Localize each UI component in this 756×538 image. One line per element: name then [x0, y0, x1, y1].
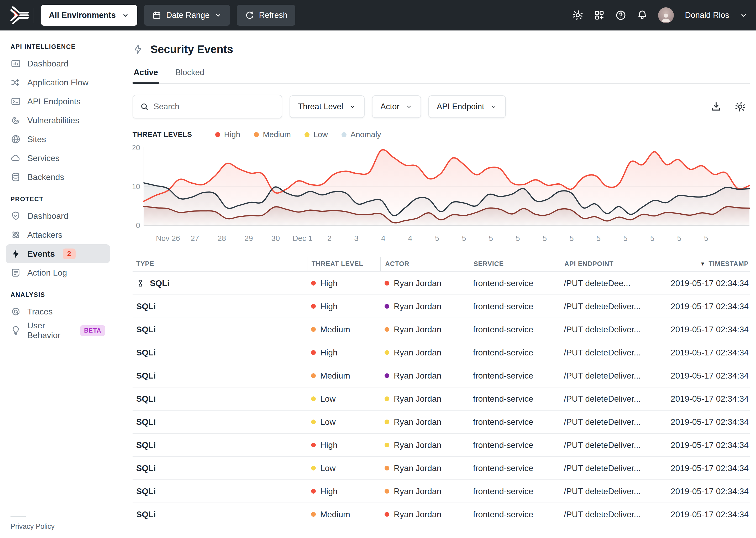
notifications-bell-icon[interactable] [637, 10, 648, 21]
sidebar-item-services[interactable]: Services [6, 149, 110, 168]
sidebar-item-sites[interactable]: Sites [6, 130, 110, 149]
date-range-button[interactable]: Date Range [144, 5, 230, 26]
filter-dropdown-actor[interactable]: Actor [372, 95, 421, 118]
search-box[interactable] [132, 95, 282, 119]
sidebar-item-events[interactable]: Events2 [6, 244, 110, 263]
column-header-type[interactable]: TYPE [132, 257, 307, 271]
search-input[interactable] [154, 102, 275, 111]
cell-type: SQLi [132, 279, 307, 288]
threat-level-dot [311, 327, 316, 332]
sidebar-item-dashboard[interactable]: Dashboard [6, 54, 110, 73]
table-row[interactable]: SQLiHighRyan Jordanfrontend-service/PUT … [132, 341, 750, 364]
table-row[interactable]: SQLiLowRyan Jordanfrontend-service/PUT d… [132, 410, 750, 434]
table-row[interactable]: SQLiMediumRyan Jordanfrontend-service/PU… [132, 503, 750, 526]
database-icon [11, 172, 21, 182]
legend-label: Anomaly [351, 130, 381, 139]
main-content: Security Events ActiveBlocked Threat Lev… [116, 30, 756, 538]
cell-actor: Ryan Jordan [380, 417, 469, 427]
sidebar-item-application-flow[interactable]: Application Flow [6, 73, 110, 92]
sidebar-item-user-behavior[interactable]: User BehaviorBETA [6, 321, 110, 340]
table-row[interactable]: SQLiLowRyan Jordanfrontend-service/PUT d… [132, 457, 750, 480]
filter-dropdown-api-endpoint[interactable]: API Endpoint [428, 95, 506, 118]
user-name[interactable]: Donald Rios [685, 11, 729, 20]
sidebar-item-traces[interactable]: Traces [6, 302, 110, 321]
table-row[interactable]: SQLiHighRyan Jordanfrontend-service/PUT … [132, 295, 750, 318]
table-row[interactable]: SQLiMediumRyan Jordanfrontend-service/PU… [132, 364, 750, 388]
cell-threat-level: Medium [307, 325, 380, 334]
threat-level-label: High [320, 301, 338, 311]
sidebar: API INTELLIGENCEDashboardApplication Flo… [0, 30, 116, 538]
terminal-icon [11, 96, 21, 107]
column-header-threat-level[interactable]: THREAT LEVEL [307, 257, 380, 271]
column-header-actor[interactable]: ACTOR [380, 257, 469, 271]
search-icon [140, 102, 149, 111]
threat-levels-legend: THREAT LEVELS HighMediumLowAnomaly [132, 130, 750, 139]
settings-gear-icon[interactable] [572, 10, 584, 21]
refresh-button[interactable]: Refresh [237, 5, 295, 26]
column-header-service[interactable]: SERVICE [469, 257, 560, 271]
sidebar-nav: API INTELLIGENCEDashboardApplication Flo… [6, 38, 110, 349]
apps-grid-plus-icon[interactable] [593, 10, 605, 21]
filter-dropdown-label: API Endpoint [437, 102, 484, 111]
sidebar-item-label: Dashboard [27, 59, 69, 69]
table-row[interactable]: SQLiLowRyan Jordanfrontend-service/PUT d… [132, 388, 750, 410]
actor-name: Ryan Jordan [394, 463, 441, 473]
tab-active[interactable]: Active [132, 68, 159, 83]
sidebar-item-api-endpoints[interactable]: API Endpoints [6, 92, 110, 111]
actor-name: Ryan Jordan [394, 417, 441, 427]
chevron-down-icon[interactable] [739, 11, 748, 20]
table-row[interactable]: SQLiHighRyan Jordanfrontend-service/PUT … [132, 272, 750, 295]
sidebar-item-label: Application Flow [27, 78, 88, 87]
table-row[interactable]: SQLiHighRyan Jordanfrontend-service/PUT … [132, 480, 750, 503]
x-tick-label: 28 [217, 234, 226, 242]
x-tick-label: 29 [244, 234, 253, 242]
privacy-policy-link[interactable]: Privacy Policy [11, 522, 55, 530]
sidebar-item-label: Services [27, 153, 60, 163]
cell-threat-level: High [307, 301, 380, 311]
actor-name: Ryan Jordan [394, 394, 441, 404]
actor-dot [385, 512, 389, 517]
cell-api-endpoint: /PUT deleteDeliver... [560, 348, 658, 357]
legend-dot [305, 132, 309, 137]
cell-timestamp: 2019-05-17 02:34:34 [658, 371, 750, 381]
lightbulb-icon [11, 325, 21, 336]
help-icon[interactable] [615, 10, 627, 21]
actor-dot [385, 443, 389, 447]
tab-blocked[interactable]: Blocked [174, 68, 205, 83]
column-header-api-endpoint[interactable]: API ENDPOINT [560, 257, 658, 271]
x-tick-label: 4 [381, 234, 385, 242]
table-actions [710, 101, 750, 112]
cell-service: frontend-service [469, 417, 560, 427]
sidebar-item-backends[interactable]: Backends [6, 168, 110, 187]
x-tick-label: 5 [543, 234, 547, 242]
table-row[interactable]: SQLiHighRyan Jordanfrontend-service/PUT … [132, 434, 750, 457]
sidebar-item-label: Sites [27, 134, 46, 144]
avatar[interactable] [658, 7, 674, 23]
column-header-timestamp[interactable]: ▼TIMESTAMP [658, 257, 750, 271]
legend-item-anomaly: Anomaly [342, 130, 381, 139]
actor-dot [385, 327, 389, 332]
sidebar-item-dashboard[interactable]: Dashboard [6, 206, 110, 225]
cell-threat-level: High [307, 487, 380, 496]
table-settings-gear-icon[interactable] [734, 101, 746, 112]
sidebar-item-label: Traces [27, 307, 53, 317]
environment-selector[interactable]: All Environments [41, 5, 137, 26]
cell-type: SQLi [132, 417, 307, 427]
download-icon[interactable] [710, 101, 722, 112]
threat-level-dot [311, 397, 316, 401]
tabs: ActiveBlocked [132, 68, 750, 84]
sidebar-item-action-log[interactable]: Action Log [6, 263, 110, 282]
cell-service: frontend-service [469, 325, 560, 334]
sidebar-item-vulnerabilities[interactable]: Vulnerabilities [6, 111, 110, 130]
cell-api-endpoint: /PUT deleteDeliver... [560, 487, 658, 496]
event-type-label: SQLi [136, 463, 156, 473]
sidebar-section: PROTECTDashboardAttackersEvents2Action L… [6, 195, 110, 282]
event-type-label: SQLi [136, 510, 156, 519]
sidebar-item-label: Dashboard [27, 211, 69, 221]
table-row[interactable]: SQLiMediumRyan Jordanfrontend-service/PU… [132, 318, 750, 341]
filter-dropdown-threat-level[interactable]: Threat Level [290, 95, 365, 118]
cell-api-endpoint: /PUT deleteDee... [560, 279, 658, 288]
chevron-down-icon [121, 11, 129, 19]
actor-name: Ryan Jordan [394, 325, 441, 334]
sidebar-item-attackers[interactable]: Attackers [6, 225, 110, 244]
